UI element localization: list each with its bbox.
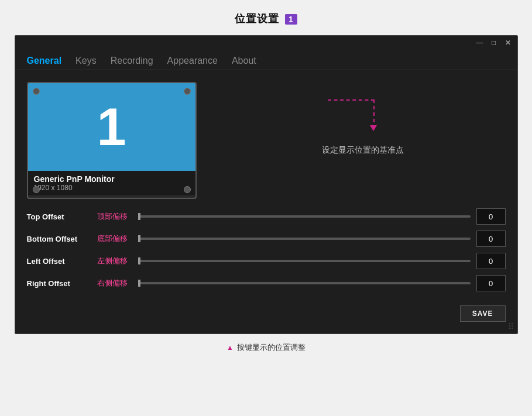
dashed-line-vertical: [373, 99, 375, 129]
main-content: 1 Generic PnP Monitor 1920 x 1080: [15, 70, 517, 334]
offset-row-bottom: Bottom Offset 底部偏移 0: [27, 231, 506, 247]
anchor-label: 设定显示位置的基准点: [322, 145, 404, 156]
top-offset-label-en: Top Offset: [27, 212, 91, 221]
nav-item-general[interactable]: General: [27, 52, 62, 70]
monitor-name: Generic PnP Monitor: [34, 174, 190, 184]
right-offset-label-cn: 右侧偏移: [97, 278, 132, 288]
arrow-head: [370, 125, 377, 131]
screw-top-right: [184, 88, 191, 95]
close-button[interactable]: ✕: [503, 38, 513, 47]
nav-item-keys[interactable]: Keys: [75, 52, 97, 70]
left-offset-label-cn: 左侧偏移: [97, 256, 132, 266]
bottom-offset-pip: [138, 235, 140, 242]
save-button[interactable]: SAVE: [460, 305, 506, 322]
resize-grip: ⠿: [508, 322, 514, 331]
right-offset-value[interactable]: 0: [476, 275, 506, 291]
monitor-info: Generic PnP Monitor 1920 x 1080: [28, 171, 195, 195]
bottom-offset-label-cn: 底部偏移: [97, 233, 132, 244]
left-offset-track: [138, 260, 471, 262]
screw-bottom-left: [33, 186, 40, 193]
nav-item-appearance[interactable]: Appearance: [167, 52, 218, 70]
top-offset-value[interactable]: 0: [476, 208, 506, 225]
minimize-button[interactable]: —: [475, 38, 485, 47]
monitor-number: 1: [97, 101, 126, 153]
title-badge: 1: [285, 14, 297, 25]
window-titlebar: — □ ✕: [15, 36, 517, 50]
offset-row-right: Right Offset 右侧偏移 0: [27, 275, 506, 291]
title-text: 位置设置: [235, 13, 279, 25]
left-offset-value[interactable]: 0: [476, 253, 506, 269]
bottom-offset-value[interactable]: 0: [476, 231, 506, 247]
left-offset-pip: [138, 257, 140, 264]
page-title: 位置设置 1: [235, 12, 297, 26]
footer-row: SAVE: [27, 305, 506, 322]
triangle-icon: ▲: [226, 343, 234, 352]
right-offset-label-en: Right Offset: [27, 279, 91, 288]
top-offset-track: [138, 215, 471, 218]
monitor-screen: 1: [28, 83, 195, 171]
nav-item-about[interactable]: About: [232, 52, 256, 70]
nav-item-recording[interactable]: Recording: [111, 52, 153, 70]
top-section: 1 Generic PnP Monitor 1920 x 1080: [27, 82, 506, 199]
dashed-line-horizontal: [328, 99, 375, 101]
maximize-button[interactable]: □: [489, 38, 499, 47]
monitor-preview: 1 Generic PnP Monitor 1920 x 1080: [27, 82, 197, 199]
offsets-section: Top Offset 顶部偏移 0 Bottom Offset 底部偏移 0 L…: [27, 208, 506, 291]
offset-row-left: Left Offset 左侧偏移 0: [27, 253, 506, 269]
anchor-section: 设定显示位置的基准点: [220, 82, 506, 156]
monitor-box: 1 Generic PnP Monitor 1920 x 1080: [27, 82, 197, 199]
offset-row-top: Top Offset 顶部偏移 0: [27, 208, 506, 225]
anchor-arrow: [328, 94, 398, 140]
left-offset-label-en: Left Offset: [27, 257, 91, 266]
bottom-offset-label-en: Bottom Offset: [27, 235, 91, 243]
nav-bar: General Keys Recording Appearance About: [15, 50, 517, 70]
right-offset-pip: [138, 280, 140, 287]
right-offset-track: [138, 282, 471, 284]
screw-top-left: [33, 88, 40, 95]
bottom-offset-track: [138, 238, 471, 240]
top-offset-label-cn: 顶部偏移: [97, 211, 132, 222]
screw-bottom-right: [184, 186, 191, 193]
app-window: — □ ✕ General Keys Recording Appearance …: [15, 35, 518, 334]
monitor-resolution: 1920 x 1080: [34, 184, 190, 192]
bottom-note: ▲ 按键显示的位置调整: [226, 342, 306, 353]
bottom-note-text: 按键显示的位置调整: [237, 342, 306, 353]
top-offset-pip: [138, 213, 140, 220]
